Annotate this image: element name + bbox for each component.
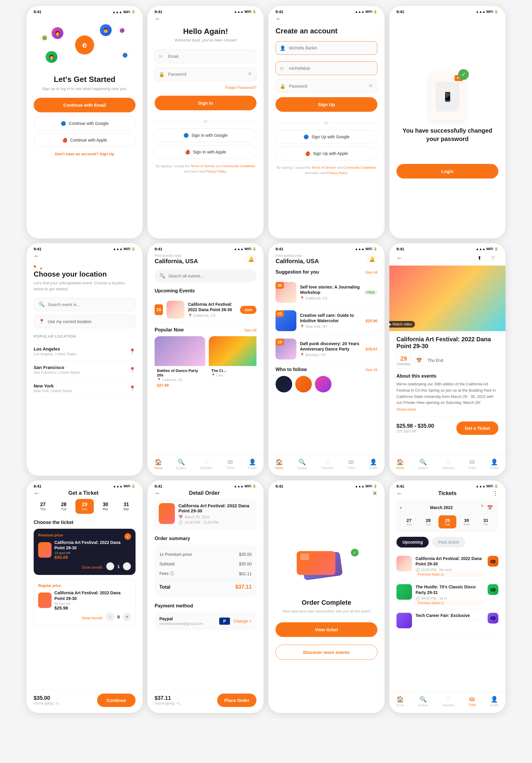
regular-minus[interactable]: - [106, 613, 114, 621]
view-ticket-button[interactable]: View ticket [276, 622, 377, 637]
google-signin-button[interactable]: 🔵 Sign In with Google [155, 129, 256, 142]
change-payment-button[interactable]: Change > [233, 619, 252, 623]
login-button[interactable]: Login [397, 164, 498, 178]
location-item-la[interactable]: Los Angeles Los Angeles, United States 📍 [34, 342, 135, 361]
nav-profile-12[interactable]: 👤Profile [490, 696, 498, 707]
place-order-button[interactable]: Place Order [217, 694, 256, 707]
suggestion-card-1[interactable]: 30 Self love stories: A Journaling Works… [276, 278, 377, 307]
continue-apple-button[interactable]: 🍎 Continue with Apple [34, 133, 135, 147]
upcoming-tab[interactable]: Upcoming [397, 537, 429, 548]
password-input[interactable] [155, 67, 256, 81]
show-benefit-regular[interactable]: Show benefit [82, 616, 102, 620]
cal-day-27[interactable]: 27 Sun [400, 515, 418, 528]
calendar-toggle-icon[interactable]: 📅 [485, 503, 495, 512]
popular-card-1[interactable]: Battles of Dance Party 20s 📍 California,… [155, 336, 205, 390]
ticket-item-1[interactable]: California Art Festival: 2022 Dana Point… [397, 552, 498, 581]
nav-home-7[interactable]: 🏠 Home [275, 458, 283, 470]
close-button[interactable]: ✕ [372, 490, 377, 497]
nav-explore-7[interactable]: 🔍 Explore [297, 458, 308, 470]
continue-button[interactable]: Continue [97, 694, 135, 707]
signup-link[interactable]: Sign Up [100, 152, 114, 156]
nav-home-12[interactable]: 🏠Home [396, 696, 404, 707]
ticket-item-3[interactable]: Tech Career Fair: Exclusive 🎟 [397, 609, 498, 632]
nav-favorites[interactable]: ♡ Favorites [200, 458, 213, 470]
use-location-button[interactable]: 📍 Use my current location [34, 315, 135, 328]
back-arrow-8[interactable]: ← [397, 255, 402, 262]
regular-plus[interactable]: + [123, 613, 131, 621]
back-arrow-5[interactable]: ← [34, 253, 135, 259]
back-arrow-12[interactable]: ← [397, 490, 402, 497]
nav-favorites-8[interactable]: ♡Favorites [442, 458, 454, 470]
date-28[interactable]: 28 Tue [54, 499, 73, 514]
nav-explore[interactable]: 🔍 Explore [176, 458, 187, 470]
nav-profile[interactable]: 👤 Profile [248, 458, 256, 470]
cal-day-30[interactable]: 30 Wed [458, 515, 476, 528]
discover-events-button[interactable]: Discover more events [276, 645, 377, 660]
password-create-input[interactable] [276, 79, 377, 93]
apple-signup-button[interactable]: 🍎 Sign Up with Apple [276, 147, 377, 161]
get-ticket-button[interactable]: Get a Ticket [456, 421, 498, 435]
search-event-box[interactable]: 🔍 [34, 298, 135, 311]
watch-video-badge[interactable]: ▶ Watch video [389, 321, 415, 328]
apple-signin-button[interactable]: 🍎 Sign In with Apple [155, 145, 256, 159]
show-benefit-premium[interactable]: Show benefit [82, 565, 102, 570]
popular-card-2[interactable]: The Ci... 📍 Colo... [209, 336, 256, 390]
nav-ticket-12[interactable]: 🎟Ticket [468, 696, 476, 707]
sign-in-button[interactable]: Sign In [155, 96, 256, 110]
date-29[interactable]: 29 Mar [75, 499, 94, 514]
eye-create-icon[interactable]: 👁 [369, 83, 373, 89]
date-31[interactable]: 31 Mar [117, 499, 135, 514]
follow-avatar-1[interactable] [276, 376, 292, 392]
nav-explore-8[interactable]: 🔍Explore [418, 458, 428, 470]
suggestion-card-2[interactable]: 01 Creative self care: Guide to Intuitiv… [276, 307, 377, 335]
date-30[interactable]: 30 Mar [96, 499, 115, 514]
continue-google-button[interactable]: 🔵 Continue with Google [34, 117, 135, 130]
search-bar-home[interactable]: 🔍 [155, 270, 256, 282]
nav-favorites-7[interactable]: ♡ Favorites [321, 458, 333, 470]
back-arrow-2[interactable]: ← [155, 15, 256, 22]
nav-ticket-8[interactable]: 🎟Ticket [468, 458, 476, 470]
back-arrow-9[interactable]: ← [34, 490, 40, 496]
cal-day-31[interactable]: 31 Thu [477, 515, 495, 528]
back-arrow-3[interactable]: ← [276, 15, 377, 22]
upcoming-event-card[interactable]: 29 California Art Festival: 2022 Dana Po… [155, 297, 256, 322]
notification-button[interactable]: 🔔 [246, 254, 256, 265]
join-button[interactable]: Join [240, 306, 256, 314]
regular-ticket-card[interactable]: Regular price California Art Festival: 2… [34, 579, 135, 625]
continue-email-button[interactable]: Continue with Email [34, 98, 135, 112]
email-input[interactable] [155, 50, 256, 63]
suggestion-card-3[interactable]: 10 Daft punk discovery: 20 Years Anniver… [276, 335, 377, 363]
cal-day-28[interactable]: 28 Tue [419, 515, 437, 528]
notification-button-7[interactable]: 🔔 [367, 254, 377, 265]
nav-ticket[interactable]: 🎟 Ticket [226, 458, 234, 470]
google-signup-button[interactable]: 🔵 Sign Up with Google [276, 130, 377, 144]
location-item-sf[interactable]: San Francisco San Francisco, United Stat… [34, 361, 135, 379]
nav-explore-12[interactable]: 🔍Explore [418, 696, 428, 707]
back-arrow-10[interactable]: ← [155, 490, 160, 496]
premium-plus[interactable]: + [123, 562, 131, 571]
next-month[interactable]: › [482, 503, 483, 512]
nav-profile-8[interactable]: 👤Profile [490, 458, 498, 470]
eye-icon[interactable]: 👁 [247, 71, 252, 77]
name-input[interactable] [276, 41, 377, 55]
nav-home-8[interactable]: 🏠Home [396, 458, 404, 470]
nav-favorites-12[interactable]: ♡Favorites [442, 696, 454, 707]
date-27[interactable]: 27 Thu [34, 499, 52, 514]
nav-home[interactable]: 🏠 Home [154, 458, 162, 470]
premium-ticket-card[interactable]: Premium price ✓ California Art Festival:… [34, 529, 135, 575]
prev-month[interactable]: ‹ [400, 505, 401, 510]
email-create-input[interactable] [276, 61, 377, 75]
see-all-suggestions[interactable]: See All [366, 270, 377, 274]
calendar-icon[interactable]: 📅 [414, 356, 424, 365]
forgot-password-link[interactable]: Forgot Password? [155, 85, 256, 90]
cal-day-29[interactable]: 29 Tue [438, 515, 456, 528]
nav-ticket-7[interactable]: 🎟 Ticket [347, 458, 355, 470]
signup-button[interactable]: Sign Up [276, 97, 377, 112]
show-more-link[interactable]: Show more [397, 407, 498, 412]
nav-profile-7[interactable]: 👤 Profile [369, 458, 377, 470]
search-all-input[interactable] [168, 273, 252, 278]
past-tab[interactable]: Past ticket [432, 537, 465, 548]
see-all-popular[interactable]: See All [244, 328, 256, 332]
share-button[interactable]: ⬆ [474, 253, 485, 263]
see-all-follow[interactable]: See All [366, 368, 377, 372]
